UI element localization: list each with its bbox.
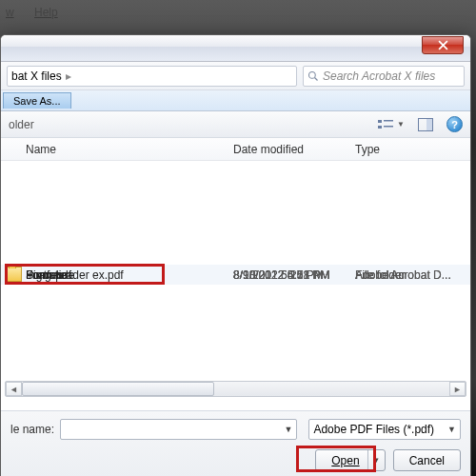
chevron-down-icon[interactable]: ▼ xyxy=(284,425,292,434)
preview-pane-button[interactable] xyxy=(418,118,433,131)
breadcrumb[interactable]: bat X files ▸ xyxy=(7,66,297,87)
open-button[interactable]: Open ▼ xyxy=(315,449,385,471)
horizontal-scrollbar[interactable]: ◄ ► xyxy=(5,381,466,397)
scroll-thumb[interactable] xyxy=(22,382,214,396)
save-as-tab[interactable]: Save As... xyxy=(3,92,71,109)
search-icon xyxy=(307,70,319,82)
view-mode-button[interactable]: ▼ xyxy=(378,118,405,131)
secondary-bar: Save As... xyxy=(1,90,470,111)
cell-type: File folder xyxy=(355,268,470,282)
col-name[interactable]: Name xyxy=(26,143,233,156)
app-menubar: w Help xyxy=(0,4,81,23)
filetype-select[interactable]: Adobe PDF Files (*.pdf) ▼ xyxy=(308,419,461,440)
organize-label[interactable]: older xyxy=(9,118,34,131)
chevron-right-icon: ▸ xyxy=(66,69,71,83)
svg-rect-7 xyxy=(426,119,432,130)
search-placeholder: Search Acrobat X files xyxy=(323,69,435,83)
cancel-button[interactable]: Cancel xyxy=(393,449,461,471)
nav-row: bat X files ▸ Search Acrobat X files xyxy=(1,62,470,90)
scroll-right-button[interactable]: ► xyxy=(449,382,466,396)
col-type[interactable]: Type xyxy=(355,143,470,156)
chevron-down-icon: ▼ xyxy=(397,120,405,129)
filename-input[interactable]: ▼ xyxy=(60,419,297,440)
titlebar[interactable] xyxy=(1,35,470,62)
cell-name: Images xyxy=(26,268,233,282)
open-button-dropdown[interactable]: ▼ xyxy=(367,450,385,470)
close-icon xyxy=(438,40,448,50)
svg-rect-5 xyxy=(384,126,393,128)
preview-icon xyxy=(418,118,433,131)
filename-label: le name: xyxy=(10,423,54,436)
svg-point-0 xyxy=(309,71,316,78)
breadcrumb-part: bat X files xyxy=(11,69,62,83)
list-item[interactable]: Images8/10/2012 4:18 PMFile folder xyxy=(1,265,470,285)
scroll-track[interactable] xyxy=(22,382,449,396)
list-view-icon xyxy=(378,118,395,131)
help-button[interactable]: ? xyxy=(446,116,463,132)
svg-rect-4 xyxy=(378,126,382,129)
scroll-left-button[interactable]: ◄ xyxy=(6,382,22,396)
folder-icon xyxy=(7,267,22,282)
filetype-value: Adobe PDF Files (*.pdf) xyxy=(313,423,434,436)
column-headers[interactable]: Name Date modified Type xyxy=(1,138,470,161)
open-file-dialog: bat X files ▸ Search Acrobat X files Sav… xyxy=(0,34,471,476)
col-date[interactable]: Date modified xyxy=(233,143,355,156)
svg-line-1 xyxy=(315,77,318,80)
menu-item-help[interactable]: Help xyxy=(34,6,58,19)
toolbar-row: older ▼ ? xyxy=(1,111,470,138)
dialog-footer: le name: ▼ Adobe PDF Files (*.pdf) ▼ Ope… xyxy=(1,410,470,476)
open-button-label: Open xyxy=(331,454,359,467)
cell-date: 8/10/2012 4:18 PM xyxy=(233,268,355,282)
svg-rect-2 xyxy=(378,120,382,123)
search-input[interactable]: Search Acrobat X files xyxy=(303,66,465,87)
svg-rect-3 xyxy=(384,120,393,122)
menu-item[interactable]: w xyxy=(6,6,14,19)
cancel-button-label: Cancel xyxy=(409,454,445,467)
file-list: Form-withdata.pdf8/10/2012 4:22 PMAdobe … xyxy=(1,161,470,401)
close-button[interactable] xyxy=(422,36,464,54)
chevron-down-icon[interactable]: ▼ xyxy=(447,425,456,434)
